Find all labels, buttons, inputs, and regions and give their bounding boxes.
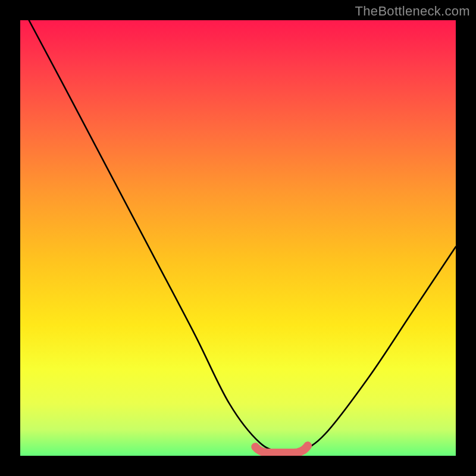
chart-area [20,20,456,456]
flat-highlight [255,446,308,453]
curve-layer [20,20,456,456]
bottleneck-curve [29,20,456,453]
watermark-text: TheBottleneck.com [355,4,470,19]
